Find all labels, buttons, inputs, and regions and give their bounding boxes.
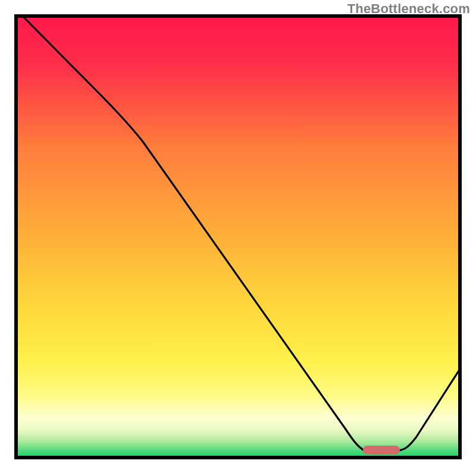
chart-container: TheBottleneck.com (0, 0, 476, 476)
bottleneck-chart (0, 0, 476, 476)
gradient-background (16, 16, 460, 458)
plot-area (16, 16, 460, 458)
watermark-text: TheBottleneck.com (347, 1, 470, 17)
optimal-marker (363, 446, 400, 455)
